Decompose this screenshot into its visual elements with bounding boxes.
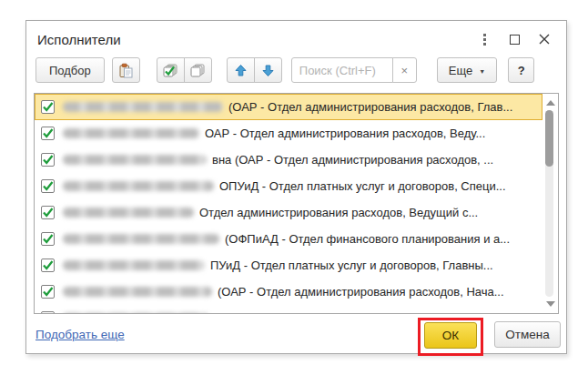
- checkmark-icon: [42, 312, 54, 313]
- redacted-name: [63, 102, 223, 112]
- list-item[interactable]: (ОФПиАД - Отдел финансового планирования…: [35, 226, 542, 252]
- clear-all-checkboxes-icon: [189, 63, 206, 78]
- redacted-name: [63, 260, 205, 270]
- toolbar: Подбор: [26, 54, 566, 90]
- list-item-text: (ОФПиАД - Отдел финансового планирования…: [225, 232, 510, 246]
- row-checkbox[interactable]: [41, 100, 55, 114]
- list-item-text: ПУиД - Отдел платных услуг и договоров, …: [210, 259, 493, 272]
- list-item-text: ОАР - Отдел администрирования расходов, …: [205, 127, 485, 140]
- scrollbar-thumb[interactable]: [545, 110, 553, 167]
- checkmark-icon: [42, 180, 54, 192]
- checkmark-icon: [42, 233, 54, 245]
- check-all-button[interactable]: [157, 57, 185, 83]
- scrollbar-up-arrow[interactable]: [546, 100, 555, 106]
- row-checkbox[interactable]: [41, 153, 55, 167]
- footer: Подобрать еще ОК Отмена: [26, 314, 566, 354]
- row-checkbox[interactable]: [41, 206, 55, 219]
- list-item-text: Отдел администрирования расходов, Ведущи…: [199, 206, 478, 219]
- search-input[interactable]: [291, 57, 393, 83]
- set-all-checkboxes-icon: [162, 63, 178, 78]
- row-checkbox[interactable]: [41, 259, 55, 272]
- executor-list: (ОАР - Отдел администрирования расходов,…: [34, 93, 559, 314]
- help-button[interactable]: ?: [508, 57, 534, 83]
- more-button-label: Еще: [449, 64, 472, 77]
- clear-search-button[interactable]: ×: [392, 57, 417, 83]
- chevron-down-icon: ▼: [479, 68, 485, 75]
- list-item[interactable]: ПУиД - Отдел платных услуг и договоров, …: [35, 252, 542, 279]
- blue-arrow-up-icon: [234, 64, 248, 77]
- annotation-highlight: ОК: [418, 318, 483, 356]
- redacted-name: [63, 155, 207, 165]
- row-checkbox[interactable]: [41, 311, 55, 313]
- list-item-text: ОПУиД - Отдел платных услуг и договоров,…: [219, 179, 506, 193]
- checkbox-buttons-group: [157, 57, 212, 83]
- more-button[interactable]: Еще ▼: [437, 57, 497, 83]
- redacted-name: [63, 181, 214, 191]
- checkmark-icon: [42, 259, 54, 271]
- executor-rows: (ОАР - Отдел администрирования расходов,…: [35, 94, 542, 313]
- move-up-button[interactable]: [227, 57, 255, 83]
- row-checkbox[interactable]: [41, 232, 55, 246]
- list-item-text: (ОАР - Отдел администрирования расходов,…: [218, 285, 504, 299]
- blue-arrow-down-icon: [261, 64, 275, 77]
- window-menu-button[interactable]: [477, 32, 492, 46]
- redacted-name: [63, 208, 194, 218]
- ok-button[interactable]: ОК: [424, 322, 477, 349]
- checkmark-icon: [42, 207, 54, 218]
- list-item[interactable]: (ОАР - Отдел администрирования расходов,…: [35, 94, 542, 120]
- checkmark-icon: [42, 101, 54, 113]
- checkmark-icon: [42, 286, 54, 298]
- search-group: ×: [291, 57, 417, 83]
- move-buttons-group: [227, 57, 282, 83]
- redacted-name: [63, 128, 199, 138]
- vertical-scrollbar[interactable]: [542, 94, 558, 313]
- list-item[interactable]: (ОАР - Отдел администрирования расходов,…: [35, 279, 542, 305]
- move-down-button[interactable]: [254, 57, 282, 83]
- clipboard-paste-icon: [118, 63, 134, 78]
- list-item[interactable]: ОПУиД - Отдел платных услуг и договоров,…: [35, 173, 542, 199]
- kebab-menu-icon: [483, 34, 486, 46]
- row-checkbox[interactable]: [41, 179, 55, 193]
- list-item[interactable]: ОАР - Отдел администрирования расходов, …: [35, 120, 542, 147]
- title-bar: Исполнители: [26, 21, 566, 54]
- list-item[interactable]: [35, 305, 542, 313]
- row-checkbox[interactable]: [41, 127, 55, 140]
- pick-more-link[interactable]: Подобрать еще: [35, 328, 125, 341]
- scrollbar-down-arrow[interactable]: [546, 301, 555, 307]
- executors-dialog: Исполнители Подбор: [25, 20, 567, 354]
- list-item[interactable]: Отдел администрирования расходов, Ведущи…: [35, 199, 542, 226]
- list-item-text: (ОАР - Отдел администрирования расходов,…: [228, 100, 512, 114]
- maximize-icon: [510, 35, 520, 45]
- paste-button[interactable]: [112, 57, 140, 83]
- close-button[interactable]: [537, 32, 552, 46]
- row-checkbox[interactable]: [41, 285, 55, 299]
- list-item-text: вна (ОАР - Отдел администрирования расхо…: [212, 153, 493, 167]
- pick-button[interactable]: Подбор: [35, 57, 105, 83]
- maximize-button[interactable]: [507, 32, 522, 46]
- checkmark-icon: [42, 154, 54, 166]
- uncheck-all-button[interactable]: [184, 57, 212, 83]
- dialog-title: Исполнители: [37, 32, 121, 47]
- cancel-button[interactable]: Отмена: [494, 321, 561, 348]
- redacted-name: [63, 287, 212, 297]
- checkmark-icon: [42, 127, 54, 139]
- redacted-name: [63, 234, 219, 244]
- close-icon: [539, 34, 550, 45]
- list-item[interactable]: вна (ОАР - Отдел администрирования расхо…: [35, 147, 542, 173]
